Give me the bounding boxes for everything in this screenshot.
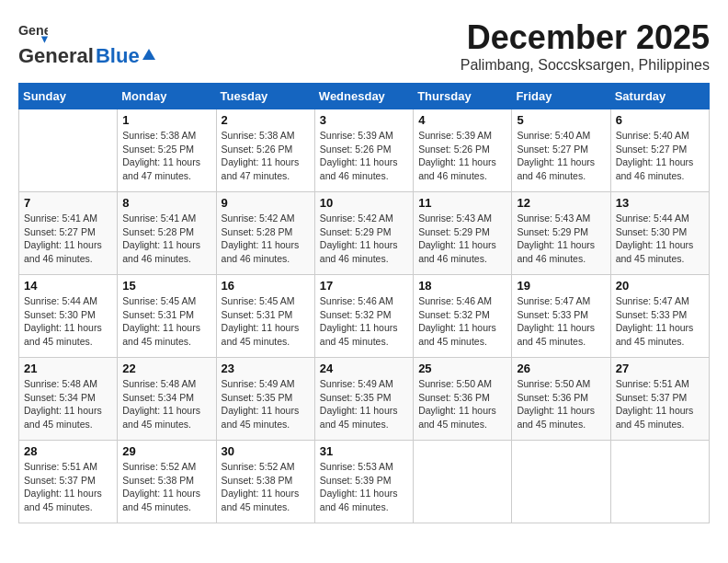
day-number: 29 (122, 444, 210, 458)
day-info: Sunrise: 5:44 AMSunset: 5:30 PMDaylight:… (616, 212, 704, 266)
day-number: 31 (320, 444, 408, 458)
day-number: 23 (222, 362, 310, 375)
day-info: Sunrise: 5:42 AMSunset: 5:29 PMDaylight:… (320, 212, 408, 266)
calendar-cell: 21Sunrise: 5:48 AMSunset: 5:34 PMDayligh… (19, 358, 118, 441)
calendar-cell: 4Sunrise: 5:39 AMSunset: 5:26 PMDaylight… (414, 109, 512, 192)
month-title: December 2025 (461, 18, 710, 57)
day-number: 21 (24, 362, 112, 375)
week-row-3: 14Sunrise: 5:44 AMSunset: 5:30 PMDayligh… (19, 275, 710, 358)
calendar-cell (19, 109, 118, 192)
day-info: Sunrise: 5:44 AMSunset: 5:30 PMDaylight:… (24, 294, 112, 349)
logo: General General Blue (18, 18, 155, 68)
day-number: 14 (24, 279, 112, 293)
calendar-cell (414, 441, 512, 523)
week-row-2: 7Sunrise: 5:41 AMSunset: 5:27 PMDaylight… (19, 192, 710, 275)
calendar-cell: 20Sunrise: 5:47 AMSunset: 5:33 PMDayligh… (610, 275, 709, 358)
day-info: Sunrise: 5:49 AMSunset: 5:35 PMDaylight:… (320, 377, 408, 431)
calendar-cell: 28Sunrise: 5:51 AMSunset: 5:37 PMDayligh… (19, 441, 118, 523)
weekday-header-sunday: Sunday (19, 84, 118, 109)
weekday-header-row: SundayMondayTuesdayWednesdayThursdayFrid… (19, 84, 710, 109)
weekday-header-wednesday: Wednesday (314, 84, 413, 109)
logo-triangle-icon (142, 49, 155, 60)
week-row-1: 1Sunrise: 5:38 AMSunset: 5:25 PMDaylight… (19, 109, 710, 192)
calendar-cell: 7Sunrise: 5:41 AMSunset: 5:27 PMDaylight… (19, 192, 118, 275)
weekday-header-thursday: Thursday (414, 84, 512, 109)
day-info: Sunrise: 5:51 AMSunset: 5:37 PMDaylight:… (24, 460, 112, 514)
weekday-header-monday: Monday (118, 84, 216, 109)
day-info: Sunrise: 5:53 AMSunset: 5:39 PMDaylight:… (320, 460, 408, 514)
weekday-header-saturday: Saturday (610, 84, 709, 109)
day-info: Sunrise: 5:42 AMSunset: 5:28 PMDaylight:… (222, 212, 310, 266)
day-info: Sunrise: 5:46 AMSunset: 5:32 PMDaylight:… (320, 294, 408, 349)
day-number: 1 (122, 113, 210, 127)
calendar-cell: 23Sunrise: 5:49 AMSunset: 5:35 PMDayligh… (216, 358, 314, 441)
calendar-cell: 8Sunrise: 5:41 AMSunset: 5:28 PMDaylight… (118, 192, 216, 275)
day-info: Sunrise: 5:41 AMSunset: 5:27 PMDaylight:… (24, 212, 112, 266)
calendar-cell: 30Sunrise: 5:52 AMSunset: 5:38 PMDayligh… (216, 441, 314, 523)
calendar-cell: 31Sunrise: 5:53 AMSunset: 5:39 PMDayligh… (314, 441, 413, 523)
calendar-cell: 26Sunrise: 5:50 AMSunset: 5:36 PMDayligh… (512, 358, 610, 441)
day-number: 19 (517, 279, 605, 293)
title-section: December 2025 Palimbang, Soccsksargen, P… (461, 18, 710, 74)
week-row-5: 28Sunrise: 5:51 AMSunset: 5:37 PMDayligh… (19, 441, 710, 523)
calendar-cell: 22Sunrise: 5:48 AMSunset: 5:34 PMDayligh… (118, 358, 216, 441)
day-number: 17 (320, 279, 408, 293)
weekday-header-tuesday: Tuesday (216, 84, 314, 109)
logo-blue-text: Blue (96, 44, 140, 68)
header: General General Blue December 2025 Palim… (18, 18, 710, 74)
calendar-cell: 3Sunrise: 5:39 AMSunset: 5:26 PMDaylight… (314, 109, 413, 192)
day-number: 2 (222, 113, 310, 127)
day-number: 12 (517, 196, 605, 210)
day-info: Sunrise: 5:48 AMSunset: 5:34 PMDaylight:… (24, 377, 112, 431)
calendar-cell: 13Sunrise: 5:44 AMSunset: 5:30 PMDayligh… (610, 192, 709, 275)
day-number: 6 (616, 113, 704, 127)
day-number: 20 (616, 279, 704, 293)
day-info: Sunrise: 5:52 AMSunset: 5:38 PMDaylight:… (122, 460, 210, 514)
day-info: Sunrise: 5:39 AMSunset: 5:26 PMDaylight:… (418, 129, 506, 183)
day-number: 13 (616, 196, 704, 210)
week-row-4: 21Sunrise: 5:48 AMSunset: 5:34 PMDayligh… (19, 358, 710, 441)
day-info: Sunrise: 5:43 AMSunset: 5:29 PMDaylight:… (517, 212, 605, 266)
calendar-cell: 6Sunrise: 5:40 AMSunset: 5:27 PMDaylight… (610, 109, 709, 192)
logo-icon: General (18, 18, 48, 52)
calendar-cell: 19Sunrise: 5:47 AMSunset: 5:33 PMDayligh… (512, 275, 610, 358)
calendar-cell: 18Sunrise: 5:46 AMSunset: 5:32 PMDayligh… (414, 275, 512, 358)
day-info: Sunrise: 5:45 AMSunset: 5:31 PMDaylight:… (222, 294, 310, 349)
day-number: 24 (320, 362, 408, 375)
calendar-cell: 1Sunrise: 5:38 AMSunset: 5:25 PMDaylight… (118, 109, 216, 192)
day-info: Sunrise: 5:47 AMSunset: 5:33 PMDaylight:… (616, 294, 704, 349)
svg-marker-1 (41, 37, 48, 43)
day-info: Sunrise: 5:50 AMSunset: 5:36 PMDaylight:… (517, 377, 605, 431)
day-number: 18 (418, 279, 506, 293)
calendar-cell: 29Sunrise: 5:52 AMSunset: 5:38 PMDayligh… (118, 441, 216, 523)
day-info: Sunrise: 5:49 AMSunset: 5:35 PMDaylight:… (222, 377, 310, 431)
calendar-cell: 9Sunrise: 5:42 AMSunset: 5:28 PMDaylight… (216, 192, 314, 275)
day-number: 27 (616, 362, 704, 375)
day-number: 4 (418, 113, 506, 127)
calendar-cell: 24Sunrise: 5:49 AMSunset: 5:35 PMDayligh… (314, 358, 413, 441)
day-info: Sunrise: 5:45 AMSunset: 5:31 PMDaylight:… (122, 294, 210, 349)
svg-text:General: General (18, 23, 48, 38)
calendar-cell: 25Sunrise: 5:50 AMSunset: 5:36 PMDayligh… (414, 358, 512, 441)
day-number: 30 (222, 444, 310, 458)
day-info: Sunrise: 5:38 AMSunset: 5:25 PMDaylight:… (122, 129, 210, 183)
day-number: 22 (122, 362, 210, 375)
day-number: 5 (517, 113, 605, 127)
calendar-cell: 12Sunrise: 5:43 AMSunset: 5:29 PMDayligh… (512, 192, 610, 275)
calendar-cell: 10Sunrise: 5:42 AMSunset: 5:29 PMDayligh… (314, 192, 413, 275)
day-info: Sunrise: 5:41 AMSunset: 5:28 PMDaylight:… (122, 212, 210, 266)
day-info: Sunrise: 5:52 AMSunset: 5:38 PMDaylight:… (222, 460, 310, 514)
day-number: 16 (222, 279, 310, 293)
weekday-header-friday: Friday (512, 84, 610, 109)
day-number: 8 (122, 196, 210, 210)
day-info: Sunrise: 5:46 AMSunset: 5:32 PMDaylight:… (418, 294, 506, 349)
day-number: 15 (122, 279, 210, 293)
calendar-cell: 11Sunrise: 5:43 AMSunset: 5:29 PMDayligh… (414, 192, 512, 275)
day-info: Sunrise: 5:43 AMSunset: 5:29 PMDaylight:… (418, 212, 506, 266)
day-number: 11 (418, 196, 506, 210)
day-number: 9 (222, 196, 310, 210)
day-info: Sunrise: 5:39 AMSunset: 5:26 PMDaylight:… (320, 129, 408, 183)
calendar-cell (512, 441, 610, 523)
day-number: 26 (517, 362, 605, 375)
day-info: Sunrise: 5:48 AMSunset: 5:34 PMDaylight:… (122, 377, 210, 431)
